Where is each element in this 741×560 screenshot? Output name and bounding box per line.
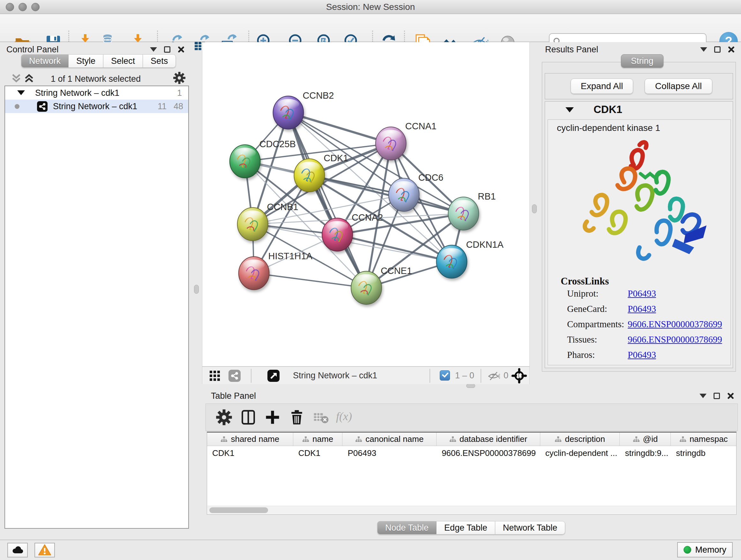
network-node-label: CCNE1: [381, 266, 412, 276]
crosslink-compartments-link[interactable]: 9606.ENSP00000378699: [628, 319, 722, 329]
detach-view-button[interactable]: [267, 370, 280, 383]
memory-button[interactable]: Memory: [677, 542, 733, 557]
network-selection-status: 1 of 1 Network selected: [0, 74, 192, 84]
chevron-down-icon: [150, 47, 157, 52]
network-node-CCNE1[interactable]: [351, 271, 382, 305]
close-icon: [727, 392, 734, 399]
column-header-description[interactable]: description: [540, 433, 620, 446]
expand-all-button[interactable]: Expand All: [570, 78, 633, 94]
table-header-row: shared name name canonical name database…: [207, 433, 736, 446]
tab-edge-table[interactable]: Edge Table: [436, 521, 495, 535]
column-header-database-identifier[interactable]: database identifier: [436, 433, 540, 446]
table-panel-menu-button[interactable]: [699, 394, 706, 398]
edge-count: 48: [168, 102, 183, 111]
hierarchy-icon: [679, 436, 686, 442]
disclosure-triangle-icon[interactable]: [17, 90, 25, 95]
current-network-name: String Network – cdk1: [293, 371, 377, 381]
function-builder-button[interactable]: f(x): [336, 410, 354, 428]
crosslink-pharos-link[interactable]: P06493: [628, 350, 656, 360]
delete-table-button-disabled[interactable]: [312, 408, 330, 427]
network-node-CCNA1[interactable]: [376, 127, 406, 160]
table-panel-close-button[interactable]: [727, 392, 734, 399]
show-columns-button[interactable]: [239, 408, 258, 427]
network-node-CDC6[interactable]: [389, 178, 419, 211]
tab-style[interactable]: Style: [69, 54, 104, 68]
splitter-handle[interactable]: [194, 285, 199, 294]
network-node-label: CDKN1A: [466, 240, 503, 250]
control-panel-tabs: Network Style Select Sets: [21, 54, 176, 68]
tab-string-results[interactable]: String: [621, 54, 664, 68]
status-bar: Memory: [0, 540, 741, 560]
gene-header-row[interactable]: CDK1: [545, 102, 733, 118]
network-node-CDC25B[interactable]: [230, 145, 260, 178]
results-panel-title: Results Panel: [545, 45, 598, 55]
cloud-icon: [11, 545, 24, 554]
control-panel-close-button[interactable]: [178, 46, 185, 53]
tab-node-table[interactable]: Node Table: [377, 521, 436, 535]
network-view-footer: String Network – cdk1 1 – 0 0 – 0: [202, 366, 530, 384]
selected-checkbox[interactable]: [440, 370, 450, 381]
network-node-CCNA2[interactable]: [322, 218, 353, 251]
table-panel-float-button[interactable]: [714, 393, 720, 399]
grid-view-button[interactable]: [209, 370, 220, 382]
network-node-CCNB2[interactable]: [273, 96, 304, 129]
disclosure-triangle-icon[interactable]: [565, 107, 574, 112]
warning-status-button[interactable]: [35, 543, 55, 557]
column-header-namespace[interactable]: namespac: [671, 433, 736, 446]
network-node-RB1[interactable]: [448, 197, 479, 230]
network-options-gear-button[interactable]: [173, 71, 186, 84]
table-toolbar: f(x): [205, 403, 738, 431]
column-header-name[interactable]: name: [293, 433, 343, 446]
crosslink-genecard-link[interactable]: P06493: [628, 304, 656, 314]
network-node-label: CDK1: [324, 153, 348, 163]
tab-sets[interactable]: Sets: [143, 54, 176, 68]
control-panel-menu-button[interactable]: [150, 47, 157, 52]
node-table: shared name name canonical name database…: [207, 432, 737, 515]
network-edge: [288, 113, 391, 144]
current-network-bullet-icon: [15, 104, 19, 109]
network-graph: CCNB2CCNA1CDC25BCDK1CDC6RB1CCNB1CCNA2CDK…: [202, 42, 529, 366]
cell-namespace: stringdb: [671, 448, 736, 458]
network-edge: [288, 113, 366, 288]
tab-network-table[interactable]: Network Table: [495, 521, 565, 535]
table-options-gear-button[interactable]: [215, 408, 233, 427]
network-node-HIST1H1A[interactable]: [239, 257, 269, 290]
crosslink-uniprot-link[interactable]: P06493: [628, 288, 656, 299]
create-column-button[interactable]: [263, 408, 282, 427]
title-bar: Session: New Session: [0, 0, 741, 14]
column-header-shared-name[interactable]: shared name: [207, 433, 293, 446]
tab-network[interactable]: Network: [21, 54, 69, 68]
network-node-label: CDC25B: [259, 139, 296, 149]
collection-count: 1: [163, 88, 182, 98]
splitter-handle[interactable]: [466, 384, 475, 388]
results-panel-menu-button[interactable]: [700, 47, 707, 52]
horizontal-scrollbar[interactable]: [207, 506, 736, 514]
network-node-label: CCNA1: [405, 121, 436, 131]
delete-column-button[interactable]: [287, 408, 306, 427]
column-header-id[interactable]: @id: [620, 433, 671, 446]
results-panel-close-button[interactable]: [728, 46, 735, 53]
table-row[interactable]: CDK1 CDK1 P06493 9606.ENSP00000378699 cy…: [207, 446, 736, 460]
collapse-all-button[interactable]: Collapse All: [645, 78, 712, 94]
results-panel-float-button[interactable]: [714, 46, 721, 53]
splitter-handle[interactable]: [532, 204, 537, 213]
scrollbar-thumb[interactable]: [209, 507, 268, 513]
network-collection-row[interactable]: String Network – cdk1 1: [5, 86, 188, 100]
tab-select[interactable]: Select: [104, 54, 143, 68]
network-view-badge-button[interactable]: [228, 370, 241, 383]
network-row-selected[interactable]: String Network – cdk1 11 48: [5, 100, 188, 113]
crosslink-tissues-link[interactable]: 9606.ENSP00000378699: [628, 334, 722, 345]
crosslinks-title: CrossLinks: [561, 275, 609, 287]
close-icon: [728, 46, 735, 53]
close-icon: [178, 46, 185, 53]
hierarchy-icon: [302, 436, 309, 442]
network-node-CDK1[interactable]: [294, 159, 325, 192]
network-node-CCNB1[interactable]: [238, 207, 268, 241]
control-panel-float-button[interactable]: [164, 46, 171, 53]
column-header-canonical-name[interactable]: canonical name: [342, 433, 436, 446]
cloud-status-button[interactable]: [7, 543, 28, 557]
fit-content-button[interactable]: [512, 368, 527, 384]
network-canvas[interactable]: CCNB2CCNA1CDC25BCDK1CDC6RB1CCNB1CCNA2CDK…: [202, 42, 530, 366]
cell-description: cyclin-dependent ...: [540, 448, 620, 458]
network-node-CDKN1A[interactable]: [436, 245, 467, 278]
